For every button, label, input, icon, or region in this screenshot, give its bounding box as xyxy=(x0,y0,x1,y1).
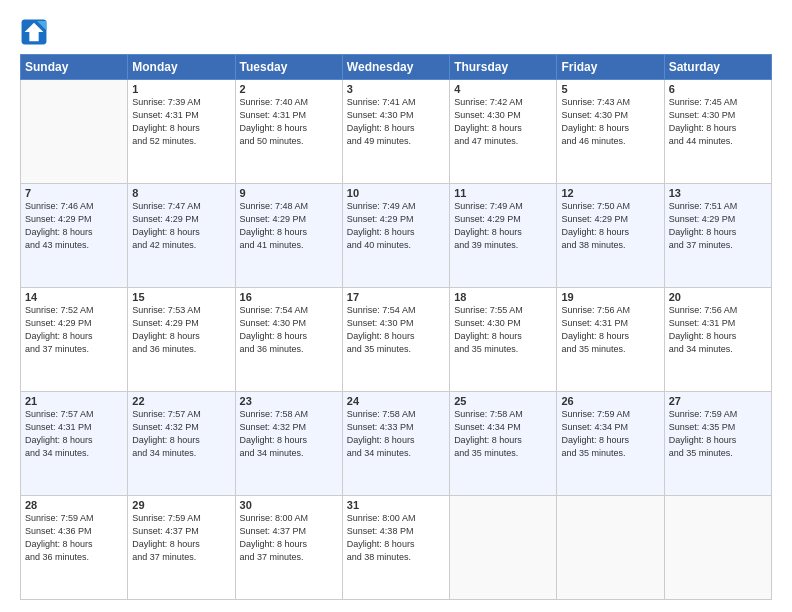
weekday-header-monday: Monday xyxy=(128,55,235,80)
calendar-cell: 25Sunrise: 7:58 AM Sunset: 4:34 PM Dayli… xyxy=(450,392,557,496)
day-number: 22 xyxy=(132,395,230,407)
calendar-cell: 3Sunrise: 7:41 AM Sunset: 4:30 PM Daylig… xyxy=(342,80,449,184)
weekday-header-sunday: Sunday xyxy=(21,55,128,80)
day-info: Sunrise: 7:59 AM Sunset: 4:37 PM Dayligh… xyxy=(132,512,230,564)
day-number: 26 xyxy=(561,395,659,407)
calendar-cell: 14Sunrise: 7:52 AM Sunset: 4:29 PM Dayli… xyxy=(21,288,128,392)
day-info: Sunrise: 7:49 AM Sunset: 4:29 PM Dayligh… xyxy=(347,200,445,252)
weekday-header-saturday: Saturday xyxy=(664,55,771,80)
day-info: Sunrise: 7:58 AM Sunset: 4:32 PM Dayligh… xyxy=(240,408,338,460)
calendar-cell: 15Sunrise: 7:53 AM Sunset: 4:29 PM Dayli… xyxy=(128,288,235,392)
day-number: 29 xyxy=(132,499,230,511)
day-info: Sunrise: 7:43 AM Sunset: 4:30 PM Dayligh… xyxy=(561,96,659,148)
day-number: 9 xyxy=(240,187,338,199)
calendar-cell xyxy=(21,80,128,184)
calendar-cell: 30Sunrise: 8:00 AM Sunset: 4:37 PM Dayli… xyxy=(235,496,342,600)
day-number: 17 xyxy=(347,291,445,303)
day-info: Sunrise: 7:56 AM Sunset: 4:31 PM Dayligh… xyxy=(561,304,659,356)
weekday-header-row: SundayMondayTuesdayWednesdayThursdayFrid… xyxy=(21,55,772,80)
day-info: Sunrise: 7:58 AM Sunset: 4:33 PM Dayligh… xyxy=(347,408,445,460)
day-number: 19 xyxy=(561,291,659,303)
calendar-cell: 24Sunrise: 7:58 AM Sunset: 4:33 PM Dayli… xyxy=(342,392,449,496)
day-info: Sunrise: 7:53 AM Sunset: 4:29 PM Dayligh… xyxy=(132,304,230,356)
day-number: 5 xyxy=(561,83,659,95)
calendar-cell: 29Sunrise: 7:59 AM Sunset: 4:37 PM Dayli… xyxy=(128,496,235,600)
calendar-cell: 20Sunrise: 7:56 AM Sunset: 4:31 PM Dayli… xyxy=(664,288,771,392)
day-number: 1 xyxy=(132,83,230,95)
calendar-week-row: 1Sunrise: 7:39 AM Sunset: 4:31 PM Daylig… xyxy=(21,80,772,184)
calendar-cell: 17Sunrise: 7:54 AM Sunset: 4:30 PM Dayli… xyxy=(342,288,449,392)
day-number: 21 xyxy=(25,395,123,407)
day-number: 27 xyxy=(669,395,767,407)
weekday-header-wednesday: Wednesday xyxy=(342,55,449,80)
day-info: Sunrise: 8:00 AM Sunset: 4:38 PM Dayligh… xyxy=(347,512,445,564)
weekday-header-friday: Friday xyxy=(557,55,664,80)
calendar-table: SundayMondayTuesdayWednesdayThursdayFrid… xyxy=(20,54,772,600)
calendar-cell: 22Sunrise: 7:57 AM Sunset: 4:32 PM Dayli… xyxy=(128,392,235,496)
calendar-cell xyxy=(664,496,771,600)
calendar-cell: 31Sunrise: 8:00 AM Sunset: 4:38 PM Dayli… xyxy=(342,496,449,600)
calendar-cell: 28Sunrise: 7:59 AM Sunset: 4:36 PM Dayli… xyxy=(21,496,128,600)
day-number: 11 xyxy=(454,187,552,199)
day-number: 7 xyxy=(25,187,123,199)
day-info: Sunrise: 7:42 AM Sunset: 4:30 PM Dayligh… xyxy=(454,96,552,148)
day-info: Sunrise: 7:49 AM Sunset: 4:29 PM Dayligh… xyxy=(454,200,552,252)
calendar-week-row: 14Sunrise: 7:52 AM Sunset: 4:29 PM Dayli… xyxy=(21,288,772,392)
weekday-header-thursday: Thursday xyxy=(450,55,557,80)
calendar-cell: 6Sunrise: 7:45 AM Sunset: 4:30 PM Daylig… xyxy=(664,80,771,184)
day-info: Sunrise: 7:59 AM Sunset: 4:34 PM Dayligh… xyxy=(561,408,659,460)
day-info: Sunrise: 7:55 AM Sunset: 4:30 PM Dayligh… xyxy=(454,304,552,356)
calendar-cell: 9Sunrise: 7:48 AM Sunset: 4:29 PM Daylig… xyxy=(235,184,342,288)
calendar-cell: 13Sunrise: 7:51 AM Sunset: 4:29 PM Dayli… xyxy=(664,184,771,288)
day-info: Sunrise: 7:59 AM Sunset: 4:36 PM Dayligh… xyxy=(25,512,123,564)
day-info: Sunrise: 7:48 AM Sunset: 4:29 PM Dayligh… xyxy=(240,200,338,252)
weekday-header-tuesday: Tuesday xyxy=(235,55,342,80)
calendar-cell: 18Sunrise: 7:55 AM Sunset: 4:30 PM Dayli… xyxy=(450,288,557,392)
calendar-cell xyxy=(557,496,664,600)
day-number: 23 xyxy=(240,395,338,407)
day-info: Sunrise: 8:00 AM Sunset: 4:37 PM Dayligh… xyxy=(240,512,338,564)
calendar-cell: 2Sunrise: 7:40 AM Sunset: 4:31 PM Daylig… xyxy=(235,80,342,184)
day-info: Sunrise: 7:39 AM Sunset: 4:31 PM Dayligh… xyxy=(132,96,230,148)
day-number: 12 xyxy=(561,187,659,199)
day-info: Sunrise: 7:41 AM Sunset: 4:30 PM Dayligh… xyxy=(347,96,445,148)
day-info: Sunrise: 7:51 AM Sunset: 4:29 PM Dayligh… xyxy=(669,200,767,252)
day-number: 20 xyxy=(669,291,767,303)
calendar-cell: 19Sunrise: 7:56 AM Sunset: 4:31 PM Dayli… xyxy=(557,288,664,392)
day-number: 30 xyxy=(240,499,338,511)
day-number: 16 xyxy=(240,291,338,303)
day-info: Sunrise: 7:54 AM Sunset: 4:30 PM Dayligh… xyxy=(347,304,445,356)
day-info: Sunrise: 7:50 AM Sunset: 4:29 PM Dayligh… xyxy=(561,200,659,252)
calendar-cell: 10Sunrise: 7:49 AM Sunset: 4:29 PM Dayli… xyxy=(342,184,449,288)
calendar-cell: 8Sunrise: 7:47 AM Sunset: 4:29 PM Daylig… xyxy=(128,184,235,288)
day-number: 25 xyxy=(454,395,552,407)
calendar-cell: 11Sunrise: 7:49 AM Sunset: 4:29 PM Dayli… xyxy=(450,184,557,288)
calendar-cell xyxy=(450,496,557,600)
calendar-cell: 7Sunrise: 7:46 AM Sunset: 4:29 PM Daylig… xyxy=(21,184,128,288)
day-number: 15 xyxy=(132,291,230,303)
day-number: 18 xyxy=(454,291,552,303)
calendar-cell: 4Sunrise: 7:42 AM Sunset: 4:30 PM Daylig… xyxy=(450,80,557,184)
calendar-week-row: 7Sunrise: 7:46 AM Sunset: 4:29 PM Daylig… xyxy=(21,184,772,288)
day-number: 14 xyxy=(25,291,123,303)
day-number: 28 xyxy=(25,499,123,511)
day-number: 10 xyxy=(347,187,445,199)
day-info: Sunrise: 7:46 AM Sunset: 4:29 PM Dayligh… xyxy=(25,200,123,252)
day-info: Sunrise: 7:52 AM Sunset: 4:29 PM Dayligh… xyxy=(25,304,123,356)
day-info: Sunrise: 7:47 AM Sunset: 4:29 PM Dayligh… xyxy=(132,200,230,252)
day-info: Sunrise: 7:57 AM Sunset: 4:31 PM Dayligh… xyxy=(25,408,123,460)
page-header xyxy=(20,18,772,46)
calendar-cell: 5Sunrise: 7:43 AM Sunset: 4:30 PM Daylig… xyxy=(557,80,664,184)
day-info: Sunrise: 7:45 AM Sunset: 4:30 PM Dayligh… xyxy=(669,96,767,148)
calendar-cell: 16Sunrise: 7:54 AM Sunset: 4:30 PM Dayli… xyxy=(235,288,342,392)
day-info: Sunrise: 7:59 AM Sunset: 4:35 PM Dayligh… xyxy=(669,408,767,460)
day-info: Sunrise: 7:54 AM Sunset: 4:30 PM Dayligh… xyxy=(240,304,338,356)
calendar-cell: 26Sunrise: 7:59 AM Sunset: 4:34 PM Dayli… xyxy=(557,392,664,496)
calendar-week-row: 28Sunrise: 7:59 AM Sunset: 4:36 PM Dayli… xyxy=(21,496,772,600)
day-info: Sunrise: 7:56 AM Sunset: 4:31 PM Dayligh… xyxy=(669,304,767,356)
day-number: 13 xyxy=(669,187,767,199)
calendar-cell: 27Sunrise: 7:59 AM Sunset: 4:35 PM Dayli… xyxy=(664,392,771,496)
day-number: 24 xyxy=(347,395,445,407)
calendar-week-row: 21Sunrise: 7:57 AM Sunset: 4:31 PM Dayli… xyxy=(21,392,772,496)
day-number: 6 xyxy=(669,83,767,95)
